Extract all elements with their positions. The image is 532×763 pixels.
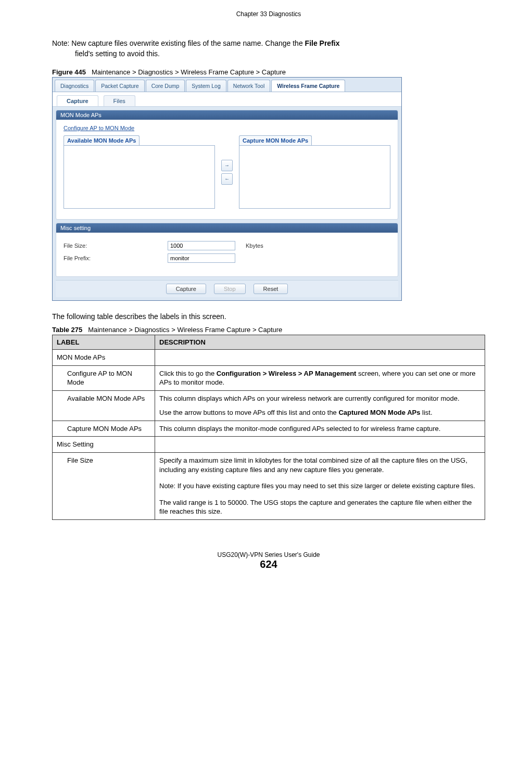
- move-right-button[interactable]: →: [221, 160, 233, 171]
- table-row: Misc Setting: [53, 437, 485, 453]
- note-block: Note: New capture files overwrite existi…: [52, 39, 485, 59]
- desc-text: This column displays which APs on your w…: [159, 394, 480, 403]
- cell-label: MON Mode APs: [53, 350, 155, 366]
- table-header-row: LABEL DESCRIPTION: [53, 335, 485, 350]
- sub-tab-files[interactable]: Files: [104, 95, 135, 106]
- tab-diagnostics[interactable]: Diagnostics: [55, 80, 94, 92]
- cell-label: Available MON Mode APs: [53, 390, 155, 421]
- desc-text: list.: [420, 409, 432, 416]
- cell-label: Misc Setting: [53, 437, 155, 453]
- table-caption-text: Maintenance > Diagnostics > Wireless Fra…: [88, 326, 282, 334]
- table-row: File Size Specify a maximum size limit i…: [53, 453, 485, 520]
- configure-ap-link[interactable]: Configure AP to MON Mode: [64, 125, 134, 131]
- sub-tab-capture[interactable]: Capture: [57, 95, 98, 106]
- tab-wireless-frame-capture[interactable]: Wireless Frame Capture: [271, 80, 345, 92]
- desc-text: The valid range is 1 to 50000. The USG s…: [159, 498, 480, 516]
- file-size-label: File Size:: [64, 243, 168, 249]
- footer-text: USG20(W)-VPN Series User's Guide: [52, 551, 485, 558]
- table-caption: Table 275 Maintenance > Diagnostics > Wi…: [52, 326, 485, 334]
- button-bar: Capture Stop Reset: [56, 280, 398, 297]
- chapter-header: Chapter 33 Diagnostics: [52, 10, 485, 18]
- figure-caption-text: Maintenance > Diagnostics > Wireless Fra…: [92, 68, 286, 76]
- misc-setting-header: Misc setting: [56, 223, 398, 233]
- table-label: Table 275: [52, 326, 82, 334]
- tab-network-tool[interactable]: Network Tool: [227, 80, 271, 92]
- reset-button[interactable]: Reset: [254, 284, 288, 294]
- table-row: Configure AP to MON Mode Click this to g…: [53, 365, 485, 390]
- cell-desc: This column displays the monitor-mode co…: [155, 421, 485, 437]
- file-prefix-label: File Prefix:: [64, 255, 168, 261]
- desc-note: Note: If you have existing capture files…: [159, 482, 475, 490]
- cell-desc: Specify a maximum size limit in kilobyte…: [155, 453, 485, 520]
- dual-list: Available MON Mode APs → ← Capture MON M…: [64, 135, 390, 209]
- top-tab-bar: Diagnostics Packet Capture Core Dump Sys…: [53, 78, 401, 92]
- description-table: LABEL DESCRIPTION MON Mode APs Configure…: [52, 335, 485, 520]
- capture-aps-label: Capture MON Mode APs: [239, 135, 312, 145]
- tab-packet-capture[interactable]: Packet Capture: [95, 80, 144, 92]
- desc-text: Use the arrow buttons to move APs off th…: [159, 409, 338, 416]
- desc-bold: Captured MON Mode APs: [338, 409, 420, 416]
- mon-mode-header: MON Mode APs: [56, 110, 398, 120]
- tab-system-log[interactable]: System Log: [186, 80, 226, 92]
- mon-mode-panel: MON Mode APs Configure AP to MON Mode Av…: [56, 110, 398, 220]
- cell-label: File Size: [53, 453, 155, 520]
- note-prefix: Note:: [52, 39, 71, 47]
- arrow-right-icon: →: [224, 162, 230, 168]
- stop-button[interactable]: Stop: [214, 284, 246, 294]
- cell-desc: Click this to go the Configuration > Wir…: [155, 365, 485, 390]
- header-label: LABEL: [53, 335, 155, 350]
- table-row: Available MON Mode APs This column displ…: [53, 390, 485, 421]
- cell-label: Configure AP to MON Mode: [53, 365, 155, 390]
- arrow-left-icon: ←: [224, 176, 230, 182]
- sub-tab-bar: Capture Files: [53, 92, 401, 107]
- figure-label: Figure 445: [52, 68, 86, 76]
- intro-text: The following table describes the labels…: [52, 312, 485, 321]
- desc-text: Click this to go the: [159, 370, 217, 377]
- capture-aps-listbox[interactable]: [239, 145, 390, 209]
- note-bold: File Prefix: [305, 39, 340, 47]
- note-text-1: New capture files overwrite existing fil…: [71, 39, 305, 47]
- table-row: Capture MON Mode APs This column display…: [53, 421, 485, 437]
- file-size-input[interactable]: [168, 241, 235, 250]
- tab-core-dump[interactable]: Core Dump: [146, 80, 185, 92]
- header-description: DESCRIPTION: [155, 335, 485, 350]
- move-left-button[interactable]: ←: [221, 173, 233, 185]
- table-row: MON Mode APs: [53, 350, 485, 366]
- file-prefix-input[interactable]: [168, 253, 235, 263]
- cell-label: Capture MON Mode APs: [53, 421, 155, 437]
- page-number: 624: [52, 558, 485, 570]
- available-aps-listbox[interactable]: [64, 145, 215, 209]
- cell-desc: This column displays which APs on your w…: [155, 390, 485, 421]
- misc-setting-panel: Misc setting File Size: Kbytes File Pref…: [56, 223, 398, 277]
- available-aps-label: Available MON Mode APs: [64, 135, 140, 145]
- desc-bold: Configuration > Wireless > AP Management: [217, 370, 357, 377]
- figure-caption: Figure 445 Maintenance > Diagnostics > W…: [52, 68, 485, 76]
- note-text-2: field's setting to avoid this.: [52, 49, 485, 59]
- desc-text: Specify a maximum size limit in kilobyte…: [159, 456, 480, 474]
- capture-button[interactable]: Capture: [166, 284, 206, 294]
- cell-desc: [155, 437, 485, 453]
- screenshot-panel: Diagnostics Packet Capture Core Dump Sys…: [52, 77, 402, 301]
- file-size-unit: Kbytes: [246, 243, 263, 249]
- cell-desc: [155, 350, 485, 366]
